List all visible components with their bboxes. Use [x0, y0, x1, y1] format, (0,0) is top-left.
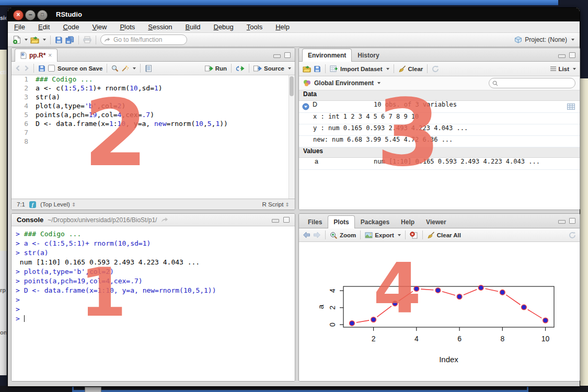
code-token: 1 — [64, 84, 68, 92]
forward-icon[interactable] — [24, 65, 29, 71]
code-token: =rnorm( — [166, 120, 195, 128]
new-file-button[interactable] — [13, 36, 28, 44]
editor-scrollbar[interactable] — [289, 75, 295, 199]
code-token: points(a,pch= — [36, 111, 89, 119]
export-button[interactable]: Export — [365, 232, 400, 238]
global-env-icon — [303, 79, 311, 87]
goto-file-search[interactable] — [100, 34, 187, 45]
tab-environment[interactable]: Environment — [302, 49, 352, 62]
r-plot: 246810024Indexa — [299, 242, 580, 381]
search-icon[interactable] — [111, 65, 119, 72]
window-minimize-button[interactable]: − — [25, 10, 36, 20]
clear-all-button[interactable]: Clear All — [427, 232, 461, 239]
menu-item-plots[interactable]: Plots — [120, 23, 135, 31]
code-line: 3str(a) — [11, 93, 289, 102]
menu-item-code[interactable]: Code — [63, 23, 79, 31]
import-dataset-button[interactable]: Import Dataset — [330, 65, 389, 72]
environment-search[interactable] — [489, 78, 575, 88]
code-line: 7 — [11, 129, 289, 137]
minimize-pane-icon[interactable] — [273, 54, 281, 58]
project-label: Project: (None) — [525, 36, 567, 43]
clear-label: Clear — [408, 66, 423, 72]
open-file-button[interactable] — [30, 36, 46, 44]
refresh-icon[interactable] — [432, 65, 439, 73]
rerun-icon[interactable] — [236, 65, 245, 72]
save-workspace-icon[interactable] — [314, 65, 321, 73]
window-close-button[interactable]: × — [13, 10, 24, 20]
menu-item-help[interactable]: Help — [275, 23, 290, 31]
background-window-right — [579, 78, 588, 392]
tab-files[interactable]: Files — [302, 215, 328, 228]
menu-item-file[interactable]: File — [14, 23, 25, 31]
plots-tabstrip: FilesPlotsPackagesHelpViewer — [299, 214, 580, 228]
view-data-icon[interactable] — [567, 103, 575, 110]
tab-close-icon[interactable]: × — [48, 52, 52, 59]
remove-plot-icon[interactable] — [410, 232, 418, 239]
list-view-button[interactable]: List — [550, 66, 576, 72]
line-number: 4 — [11, 102, 36, 110]
scrollbar-thumb[interactable] — [290, 76, 294, 96]
chevron-down-icon — [571, 39, 574, 41]
maximize-pane-icon[interactable] — [569, 218, 575, 224]
tab-history[interactable]: History — [352, 49, 385, 62]
tab-plots[interactable]: Plots — [328, 215, 354, 228]
previous-plot-icon[interactable] — [303, 232, 310, 238]
text-cursor — [24, 315, 25, 322]
environment-tabstrip: EnvironmentHistory — [299, 48, 580, 62]
tab-viewer[interactable]: Viewer — [420, 215, 452, 228]
maximize-pane-icon[interactable] — [284, 52, 291, 58]
minimize-pane-icon[interactable] — [558, 54, 566, 58]
zoom-button[interactable]: Zoom — [330, 232, 356, 239]
scope-selector[interactable]: (Top Level) ⇕ — [40, 201, 76, 207]
file-type-selector[interactable]: R Script ⇕ — [262, 201, 290, 207]
run-button[interactable]: Run — [205, 65, 227, 72]
console-line: > — [16, 305, 295, 315]
source-button[interactable]: Source — [253, 65, 291, 72]
code-editor[interactable]: 1### Codigo ...2a <- c(1:5,5:1)+ rnorm(1… — [11, 75, 289, 199]
broom-icon — [427, 232, 435, 239]
refresh-icon[interactable] — [569, 232, 576, 239]
code-line: 5points(a,pch=19,col=4,cex=.7) — [11, 111, 289, 120]
tab-packages[interactable]: Packages — [355, 215, 395, 228]
goto-file-input[interactable] — [112, 36, 176, 44]
console-output[interactable]: > ### Codigo ...> a <- c(1:5,5:1)+ rnorm… — [11, 226, 295, 381]
maximize-pane-icon[interactable] — [283, 217, 290, 223]
menu-item-debug[interactable]: Debug — [214, 23, 234, 31]
toolbar-divider — [231, 64, 232, 73]
save-all-icon[interactable] — [65, 36, 74, 44]
toolbar-divider — [140, 64, 141, 73]
environment-scope-selector[interactable]: Global Environment — [314, 79, 381, 87]
tab-source-file[interactable]: R pp.R* × — [15, 49, 57, 62]
menu-item-edit[interactable]: Edit — [38, 23, 50, 31]
environment-search-input[interactable] — [500, 79, 565, 87]
maximize-pane-icon[interactable] — [569, 52, 575, 58]
tab-help[interactable]: Help — [395, 215, 420, 228]
code-token: , — [76, 84, 80, 92]
code-tools-button[interactable] — [121, 65, 136, 72]
back-icon[interactable] — [15, 65, 21, 71]
compile-notebook-icon[interactable] — [145, 65, 152, 72]
menu-item-build[interactable]: Build — [186, 23, 201, 31]
menu-item-session[interactable]: Session — [148, 23, 172, 31]
window-maximize-button[interactable]: □ — [37, 10, 48, 20]
title-bar: × − □ RStudio — [8, 8, 580, 21]
project-menu[interactable]: Project: (None) — [514, 36, 574, 43]
print-icon[interactable] — [83, 36, 91, 43]
line-number: 2 — [11, 84, 36, 92]
plots-toolbar: Zoom Export Clear All — [299, 228, 580, 242]
next-plot-icon[interactable] — [313, 232, 321, 238]
console-prompt: > — [16, 230, 24, 238]
save-icon[interactable] — [55, 36, 63, 44]
source-on-save-checkbox[interactable] — [48, 65, 55, 72]
menu-item-tools[interactable]: Tools — [247, 23, 262, 31]
toolbar-divider — [360, 230, 361, 239]
load-workspace-icon[interactable] — [303, 65, 311, 73]
minimize-pane-icon[interactable] — [558, 220, 566, 224]
open-in-window-icon[interactable] — [161, 217, 168, 223]
clear-button[interactable]: Clear — [398, 65, 423, 73]
save-icon[interactable] — [38, 65, 45, 72]
menu-item-view[interactable]: View — [92, 23, 107, 31]
updown-icon: ⇕ — [285, 202, 290, 207]
minimize-pane-icon[interactable] — [272, 219, 279, 223]
expand-icon[interactable] — [302, 103, 309, 110]
